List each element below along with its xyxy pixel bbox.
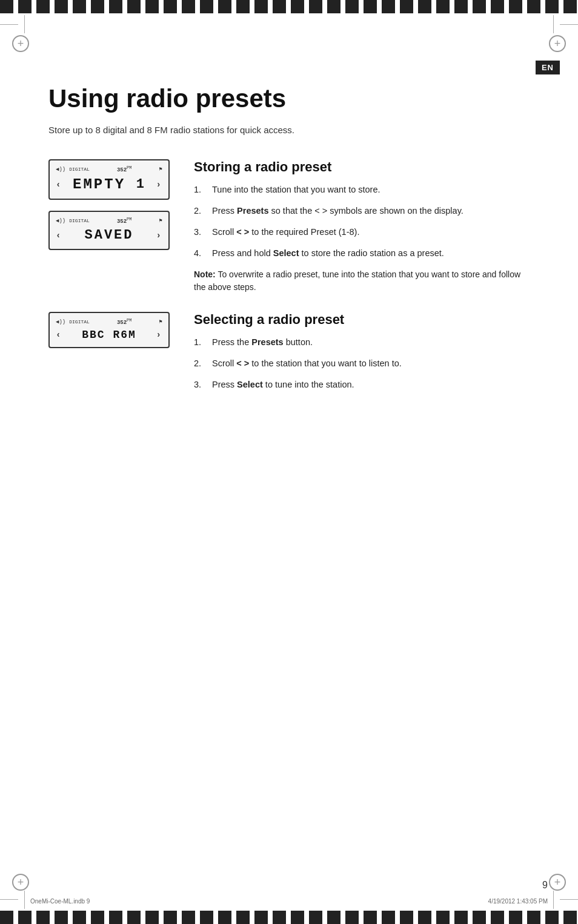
sel-step-num-1: 1.	[194, 336, 206, 349]
display-saved-left-icons: ◀)) DIGITAL	[56, 217, 90, 224]
footer-right: 4/19/2012 1:43:05 PM	[488, 898, 548, 905]
presets-bold-1: Presets	[237, 206, 268, 216]
step-text-3: Scroll < > to the required Preset (1-8).	[212, 226, 530, 239]
empty-text: EMPTY	[73, 176, 125, 193]
selecting-heading: Selecting a radio preset	[194, 312, 530, 328]
select-bold-1: Select	[273, 248, 299, 258]
arrow-left-2: ‹	[56, 231, 62, 240]
step-num-1: 1.	[194, 183, 206, 196]
freq-3: 352	[117, 320, 127, 326]
display-bbc-freq: 352PM	[117, 318, 132, 326]
arrow-right-2: ›	[156, 231, 162, 240]
storing-section: ◀)) DIGITAL 352PM ⚑ ‹ EMPTY 1 ›	[48, 159, 530, 294]
trim-h-br	[560, 899, 578, 900]
display-saved-top: ◀)) DIGITAL 352PM ⚑	[56, 217, 162, 225]
sel-step-text-3: Press Select to tune into the station.	[212, 378, 530, 391]
note-label: Note:	[194, 269, 216, 279]
selecting-step-2: 2. Scroll < > to the station that you wa…	[194, 357, 530, 370]
sel-step-text-2: Scroll < > to the station that you want …	[212, 357, 530, 370]
storing-step-1: 1. Tune into the station that you want t…	[194, 183, 530, 196]
display-bbc-top: ◀)) DIGITAL 352PM ⚑	[56, 318, 162, 326]
arrow-left-1: ‹	[56, 180, 62, 190]
scroll-bold-2: < >	[236, 358, 249, 368]
storing-instructions: Storing a radio preset 1. Tune into the …	[194, 159, 530, 294]
selecting-instructions: Selecting a radio preset 1. Press the Pr…	[194, 312, 530, 400]
arrow-left-3: ‹	[56, 330, 62, 340]
saved-text: SAVED	[84, 228, 133, 243]
step-num-2: 2.	[194, 205, 206, 217]
pm-1: PM	[127, 165, 131, 170]
pm-3: PM	[127, 318, 131, 323]
storing-steps: 1. Tune into the station that you want t…	[194, 183, 530, 260]
display-empty-main: ‹ EMPTY 1 ›	[56, 175, 162, 194]
digital-label-3: DIGITAL	[69, 319, 90, 325]
subtitle: Store up to 8 digital and 8 FM radio sta…	[48, 125, 530, 135]
select-bold-2: Select	[237, 380, 263, 389]
step-text-1: Tune into the station that you want to s…	[212, 183, 530, 196]
display-empty-freq: 352PM	[117, 165, 132, 173]
note-text: To overwrite a radio preset, tune into t…	[194, 269, 520, 292]
arrow-right-1: ›	[156, 180, 162, 190]
display-empty-right-icon: ⚑	[159, 166, 162, 173]
preset-num-1: 1	[136, 177, 145, 192]
display-bbc-main: ‹ BBC R6M ›	[56, 328, 162, 342]
storing-heading: Storing a radio preset	[194, 159, 530, 175]
footer: OneMi-Coe-ML.indb 9 4/19/2012 1:43:05 PM	[30, 898, 548, 905]
selecting-step-1: 1. Press the Presets button.	[194, 336, 530, 349]
selecting-display: ◀)) DIGITAL 352PM ⚑ ‹ BBC R6M ›	[48, 312, 176, 400]
display-saved: ◀)) DIGITAL 352PM ⚑ ‹ SAVED ›	[48, 211, 170, 250]
speaker-icon: ◀))	[56, 166, 65, 173]
step-text-4: Press and hold Select to store the radio…	[212, 247, 530, 260]
display-saved-right-icon: ⚑	[159, 217, 162, 224]
storing-displays: ◀)) DIGITAL 352PM ⚑ ‹ EMPTY 1 ›	[48, 159, 176, 294]
scroll-bold-1: < >	[236, 227, 249, 237]
step-text-2: Press Presets so that the < > symbols ar…	[212, 205, 530, 217]
display-empty: ◀)) DIGITAL 352PM ⚑ ‹ EMPTY 1 ›	[48, 159, 170, 200]
page-title: Using radio presets	[48, 85, 530, 113]
page-content: Using radio presets Store up to 8 digita…	[18, 18, 560, 906]
freq-2: 352	[117, 219, 127, 225]
storing-step-4: 4. Press and hold Select to store the ra…	[194, 247, 530, 260]
pm-2: PM	[127, 217, 131, 222]
display-bbc-left-icons: ◀)) DIGITAL	[56, 318, 90, 325]
trim-h-tl	[0, 24, 18, 25]
trim-h-tr	[560, 24, 578, 25]
digital-label-2: DIGITAL	[69, 218, 90, 223]
selecting-step-3: 3. Press Select to tune into the station…	[194, 378, 530, 391]
step-num-3: 3.	[194, 226, 206, 239]
selecting-steps: 1. Press the Presets button. 2. Scroll <…	[194, 336, 530, 391]
bbc-text: BBC R6M	[82, 329, 136, 341]
display-saved-freq: 352PM	[117, 217, 132, 225]
sel-step-text-1: Press the Presets button.	[212, 336, 530, 349]
arrow-right-3: ›	[156, 330, 162, 340]
top-decorative-bar	[0, 0, 578, 13]
page-number: 9	[542, 880, 548, 891]
speaker-icon-2: ◀))	[56, 217, 65, 224]
trim-h-bl	[0, 899, 18, 900]
step-num-4: 4.	[194, 247, 206, 260]
display-saved-main: ‹ SAVED ›	[56, 226, 162, 244]
sel-step-num-2: 2.	[194, 357, 206, 370]
digital-label-1: DIGITAL	[69, 167, 90, 172]
selecting-section: ◀)) DIGITAL 352PM ⚑ ‹ BBC R6M › Selectin…	[48, 312, 530, 400]
presets-bold-2: Presets	[251, 337, 283, 347]
display-bbc-right-icon: ⚑	[159, 318, 162, 325]
freq-1: 352	[117, 167, 127, 173]
display-bbc: ◀)) DIGITAL 352PM ⚑ ‹ BBC R6M ›	[48, 312, 170, 348]
storing-step-2: 2. Press Presets so that the < > symbols…	[194, 205, 530, 217]
note-box: Note: To overwrite a radio preset, tune …	[194, 268, 530, 294]
display-empty-top: ◀)) DIGITAL 352PM ⚑	[56, 165, 162, 173]
storing-step-3: 3. Scroll < > to the required Preset (1-…	[194, 226, 530, 239]
footer-left: OneMi-Coe-ML.indb 9	[30, 898, 90, 905]
display-empty-left-icons: ◀)) DIGITAL	[56, 166, 90, 173]
sel-step-num-3: 3.	[194, 378, 206, 391]
bottom-decorative-bar	[0, 911, 578, 924]
speaker-icon-3: ◀))	[56, 318, 65, 325]
